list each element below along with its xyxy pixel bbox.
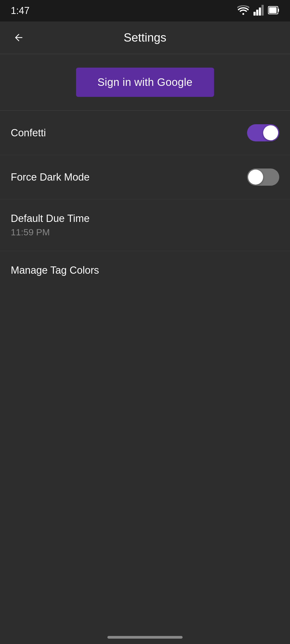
confetti-toggle[interactable] (247, 124, 279, 141)
manage-tag-colors-setting[interactable]: Manage Tag Colors (0, 251, 290, 290)
force-dark-mode-setting: Force Dark Mode (0, 155, 290, 199)
default-due-time-label: Default Due Time (11, 213, 279, 224)
status-time: 1:47 (11, 5, 30, 16)
confetti-toggle-track (247, 124, 279, 141)
force-dark-mode-toggle[interactable] (247, 169, 279, 186)
page-title: Settings (124, 31, 166, 44)
manage-tag-colors-label: Manage Tag Colors (11, 265, 99, 276)
confetti-toggle-thumb (263, 125, 278, 140)
confetti-setting: Confetti (0, 111, 290, 155)
wifi-icon (237, 5, 249, 16)
svg-rect-5 (278, 9, 279, 12)
svg-rect-0 (253, 12, 256, 16)
force-dark-mode-toggle-thumb (248, 170, 263, 185)
battery-icon (268, 5, 279, 16)
default-due-time-value: 11:59 PM (11, 227, 279, 237)
force-dark-mode-label: Force Dark Mode (11, 171, 90, 183)
signin-button[interactable]: Sign in with Google (76, 68, 214, 97)
svg-rect-1 (256, 10, 258, 16)
signal-icon (253, 5, 264, 17)
bottom-nav-bar (107, 636, 183, 639)
force-dark-mode-toggle-track (247, 169, 279, 186)
status-bar: 1:47 (0, 0, 290, 21)
default-due-time-setting[interactable]: Default Due Time 11:59 PM (0, 199, 290, 251)
signin-section: Sign in with Google (0, 54, 290, 111)
header: Settings (0, 21, 290, 54)
back-button[interactable] (11, 30, 27, 46)
svg-rect-2 (259, 8, 261, 16)
svg-rect-6 (269, 7, 277, 13)
settings-content: Sign in with Google Confetti Force Dark … (0, 54, 290, 290)
status-icons (237, 5, 279, 17)
confetti-label: Confetti (11, 127, 46, 139)
svg-rect-3 (262, 5, 264, 16)
